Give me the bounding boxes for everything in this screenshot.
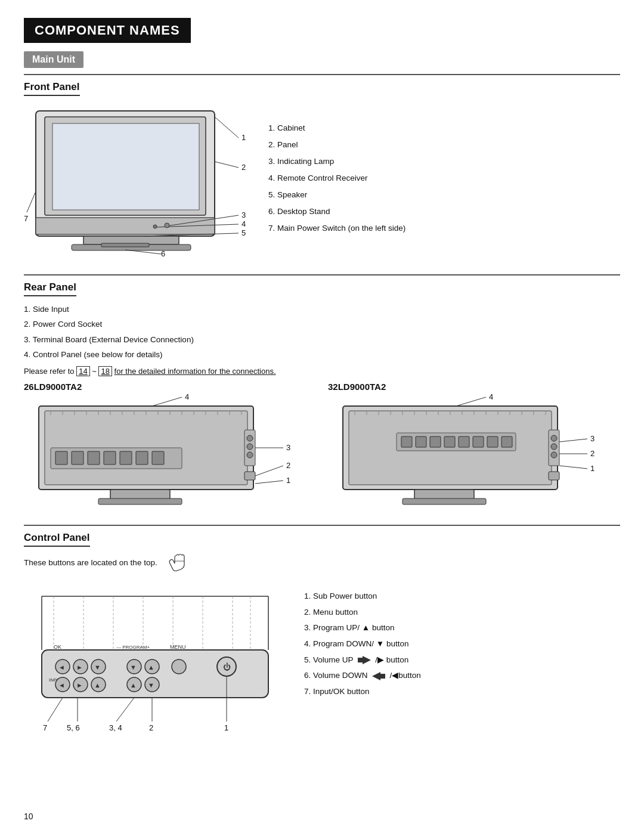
svg-point-96	[551, 435, 557, 441]
svg-rect-92	[501, 436, 512, 447]
svg-text:◄: ◄	[58, 664, 65, 671]
refer-tilde: ~	[92, 367, 98, 376]
control-panel-item-1: 1. Sub Power button	[304, 589, 421, 604]
svg-text:2: 2	[149, 723, 153, 732]
svg-rect-86	[416, 436, 426, 447]
svg-text:1: 1	[286, 476, 290, 485]
svg-text:1: 1	[224, 723, 228, 732]
control-panel-item-2: 2. Menu button	[304, 605, 421, 620]
svg-line-61	[255, 466, 283, 476]
svg-marker-161	[372, 672, 380, 680]
svg-rect-87	[430, 436, 441, 447]
svg-text:5, 6: 5, 6	[67, 723, 80, 732]
svg-text:4: 4	[489, 394, 493, 401]
svg-rect-88	[444, 436, 455, 447]
component-names-header: COMPONENT NAMES	[24, 18, 191, 43]
main-unit-badge: Main Unit	[24, 51, 83, 68]
svg-text:3: 3	[590, 434, 595, 443]
svg-text:▲: ▲	[130, 682, 137, 689]
front-panel-heading: Front Panel	[24, 81, 80, 96]
svg-point-55	[247, 452, 253, 458]
svg-text:6: 6	[161, 249, 165, 258]
svg-text:3: 3	[286, 443, 290, 452]
rear-panel-item-1: 1. Side Input	[24, 302, 620, 317]
svg-point-21	[153, 225, 157, 228]
svg-rect-2	[52, 123, 199, 210]
svg-line-8	[215, 162, 239, 168]
front-panel-item-3: 3. Indicating Lamp	[268, 153, 405, 169]
rear-panel-item-4: 4. Control Panel (see below for details)	[24, 348, 620, 362]
control-panel-item-4: 4. Program DOWN/ ▼ button	[304, 636, 421, 652]
front-panel-item-2: 2. Panel	[268, 137, 405, 153]
svg-text:2: 2	[286, 461, 290, 470]
svg-text:MENU: MENU	[170, 644, 186, 650]
svg-text:▲: ▲	[148, 664, 154, 671]
control-panel-item-5: 5. Volume UP /▶ button	[304, 652, 421, 668]
svg-point-121	[172, 659, 186, 674]
svg-line-148	[48, 698, 63, 721]
svg-text:►: ►	[76, 664, 83, 671]
front-panel-item-4: 4. Remote Control Receiver	[268, 170, 405, 186]
svg-text:▲: ▲	[94, 682, 101, 689]
svg-text:4: 4	[185, 394, 189, 401]
control-panel-diagram: These buttons are located on the top.	[24, 553, 286, 735]
svg-point-98	[551, 452, 557, 458]
svg-line-6	[215, 117, 239, 138]
svg-line-18	[27, 191, 36, 212]
model1-label: 26LD9000TA2	[24, 382, 316, 392]
svg-text:1: 1	[590, 464, 595, 473]
svg-rect-45	[88, 451, 100, 465]
front-panel-item-7: 7. Main Power Switch (on the left side)	[268, 220, 405, 236]
svg-text:◄: ◄	[58, 682, 65, 689]
rear-diagrams-row: 26LD9000TA2	[24, 382, 620, 515]
svg-line-146	[116, 698, 134, 721]
svg-marker-159	[363, 656, 371, 664]
front-panel-list: 1. Cabinet 2. Panel 3. Indicating Lamp 4…	[268, 102, 405, 237]
rear-panel-item-3: 3. Terminal Board (External Device Conne…	[24, 333, 620, 347]
svg-point-20	[165, 223, 169, 228]
svg-rect-99	[549, 472, 559, 480]
svg-rect-91	[487, 436, 498, 447]
svg-line-63	[255, 481, 283, 484]
svg-text:▼: ▼	[130, 664, 137, 671]
svg-text:3, 4: 3, 4	[109, 723, 122, 732]
svg-rect-46	[104, 451, 116, 465]
rear-diagram-32ld: 32LD9000TA2	[328, 382, 620, 515]
svg-point-54	[247, 444, 253, 450]
svg-line-102	[559, 439, 587, 442]
svg-rect-49	[152, 451, 164, 465]
refer-start: 14	[76, 366, 89, 376]
svg-text:2: 2	[242, 163, 246, 172]
svg-point-97	[551, 444, 557, 450]
control-panel-item-6: 6. Volume DOWN /◀button	[304, 668, 421, 683]
svg-rect-94	[402, 498, 486, 504]
svg-rect-51	[98, 498, 182, 504]
front-panel-item-5: 5. Speaker	[268, 187, 405, 203]
refer-suffix: for the detailed information for the con…	[114, 367, 276, 376]
front-panel-diagram: 1 2 3 4 5 6	[24, 102, 250, 265]
svg-line-106	[559, 466, 587, 469]
refer-end: 18	[98, 366, 112, 376]
rear-panel-list: 1. Side Input 2. Power Cord Socket 3. Te…	[24, 302, 620, 362]
refer-prefix: Please refer to	[24, 367, 76, 376]
control-panel-item-3: 3. Program UP/ ▲ button	[304, 620, 421, 636]
svg-text:— PROGRAM+: — PROGRAM+	[116, 645, 150, 650]
svg-rect-158	[358, 658, 363, 662]
rear-diagram-26ld: 26LD9000TA2	[24, 382, 316, 515]
rear-panel-heading: Rear Panel	[24, 281, 76, 296]
control-panel-list: 1. Sub Power button 2. Menu button 3. Pr…	[304, 553, 421, 699]
front-panel-item-6: 6. Desktop Stand	[268, 203, 405, 219]
svg-point-53	[247, 435, 253, 441]
svg-text:4: 4	[242, 219, 246, 228]
control-panel-description: These buttons are located on the top.	[24, 553, 286, 574]
svg-text:►: ►	[76, 682, 83, 689]
svg-text:3: 3	[242, 210, 246, 219]
svg-text:▼: ▼	[94, 664, 101, 671]
svg-rect-56	[244, 472, 255, 480]
svg-rect-47	[120, 451, 132, 465]
refer-line: Please refer to 14 ~ 18 for the detailed…	[24, 367, 620, 376]
svg-text:7: 7	[43, 723, 47, 732]
svg-rect-22	[101, 243, 149, 247]
control-panel-item-7: 7. Input/OK button	[304, 684, 421, 699]
svg-text:2: 2	[590, 449, 595, 458]
